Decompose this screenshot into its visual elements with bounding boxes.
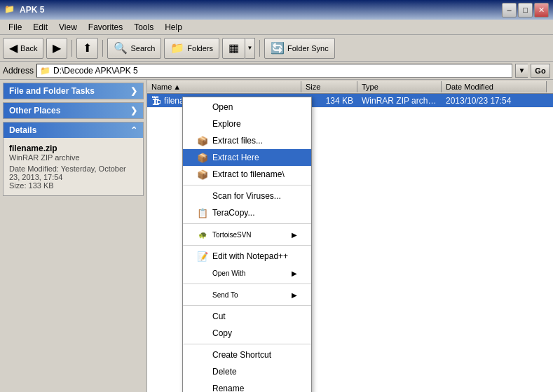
file-cell-type: WinRAR ZIP archive [357,95,442,106]
other-places-header[interactable]: Other Places ❯ [4,103,143,118]
address-dropdown[interactable]: ▼ [515,64,528,78]
ctx-explore[interactable]: Explore [183,115,311,132]
menu-view[interactable]: View [53,21,83,34]
ctx-extract-to-icon: 📦 [197,169,208,180]
forward-button[interactable]: ▶ [46,38,67,59]
ctx-open[interactable]: Open [183,99,311,115]
ctx-delete-icon [197,366,208,377]
ctx-teracopy[interactable]: 📋 TeraCopy... [183,204,311,221]
ctx-open-with[interactable]: Open With ▶ [183,265,311,281]
col-header-name[interactable]: Name ▲ [147,81,301,92]
col-header-date[interactable]: Date Modified [442,81,547,92]
menu-help[interactable]: Help [159,21,188,34]
ctx-tortoisesvn[interactable]: 🐢 TortoiseSVN ▶ [183,226,311,243]
toolbar-separator-3 [259,40,260,57]
left-panel: File and Folder Tasks ❯ Other Places ❯ D… [0,80,147,392]
menu-tools[interactable]: Tools [128,21,159,34]
col-header-type[interactable]: Type [357,81,442,92]
details-collapse-icon: ⌃ [130,125,137,135]
view-icon: ▦ [228,41,239,55]
collapse-icon: ❯ [130,86,137,96]
ctx-copy-icon [197,328,208,339]
maximize-button[interactable]: □ [518,3,533,18]
view-dropdown[interactable]: ▼ [245,38,255,59]
folder-sync-button[interactable]: 🔄 Folder Sync [264,38,335,59]
ctx-tortoisesvn-label: TortoiseSVN [212,231,287,239]
details-label: Details [9,125,36,135]
folders-label: Folders [187,44,213,52]
ctx-explore-icon [197,118,208,130]
ctx-cut-icon [197,311,208,322]
ctx-send-to-icon [197,289,208,300]
address-path[interactable]: D:\Decode APK\APK 5 [53,66,138,76]
ctx-scan-icon [197,190,208,202]
addressbar: Address 📁 D:\Decode APK\APK 5 ▼ Go [0,62,553,80]
file-folder-tasks-label: File and Folder Tasks [9,86,95,96]
view-button[interactable]: ▦ [222,38,245,59]
ctx-cut[interactable]: Cut [183,308,311,325]
ctx-copy[interactable]: Copy [183,325,311,342]
menubar: File Edit View Favorites Tools Help [0,20,553,35]
details-section: Details ⌃ filename.zip WinRAR ZIP archiv… [3,122,144,196]
ctx-rename-icon [197,383,208,392]
ctx-rename[interactable]: Rename [183,380,311,392]
address-folder-icon: 📁 [40,66,50,76]
back-label: Back [20,44,37,52]
folders-button[interactable]: 📁 Folders [164,38,219,59]
other-places-collapse-icon: ❯ [130,106,137,115]
toolbar: ◀ Back ▶ ⬆ 🔍 Search 📁 Folders ▦ ▼ 🔄 Fold… [0,35,553,62]
ctx-extract-files-icon: 📦 [197,135,208,146]
ctx-extract-files-label: Extract files... [212,136,297,146]
address-label: Address [3,66,34,76]
ctx-open-label: Open [212,102,297,112]
up-button[interactable]: ⬆ [76,38,98,59]
ctx-cut-label: Cut [212,312,297,321]
details-filename: filename.zip [9,144,137,153]
ctx-sep-5 [183,305,311,306]
up-icon: ⬆ [83,41,92,55]
ctx-send-to[interactable]: Send To ▶ [183,286,311,303]
file-zip-icon: 🗜 [151,95,161,106]
menu-file[interactable]: File [3,21,27,34]
details-header[interactable]: Details ⌃ [4,122,143,138]
ctx-send-to-arrow: ▶ [292,291,297,299]
ctx-delete[interactable]: Delete [183,363,311,380]
ctx-scan-label: Scan for Viruses... [212,191,297,201]
ctx-explore-label: Explore [212,119,297,129]
search-icon: 🔍 [114,41,128,55]
menu-edit[interactable]: Edit [27,21,53,34]
close-button[interactable]: ✕ [534,3,549,18]
ctx-extract-here[interactable]: 📦 Extract Here [183,149,311,166]
ctx-create-shortcut[interactable]: Create Shortcut [183,346,311,363]
col-date-label: Date Modified [446,83,493,91]
titlebar-icon: 📁 [4,4,15,15]
ctx-scan-viruses[interactable]: Scan for Viruses... [183,188,311,204]
menu-favorites[interactable]: Favorites [83,21,128,34]
file-folder-tasks-header[interactable]: File and Folder Tasks ❯ [4,83,143,99]
ctx-rename-label: Rename [212,384,297,392]
back-button[interactable]: ◀ Back [3,38,43,59]
ctx-teracopy-icon: 📋 [197,207,208,218]
col-header-size[interactable]: Size [301,81,357,92]
ctx-extract-here-label: Extract Here [212,153,297,162]
go-button[interactable]: Go [531,64,550,78]
ctx-shortcut-icon [197,349,208,360]
toolbar-separator-2 [102,40,103,57]
ctx-send-to-label: Send To [212,291,287,299]
ctx-open-with-icon [197,267,208,279]
ctx-edit-notepad[interactable]: 📝 Edit with Notepad++ [183,248,311,265]
minimize-button[interactable]: – [502,3,517,18]
file-folder-tasks-section: File and Folder Tasks ❯ [3,83,144,99]
details-date: Date Modified: Yesterday, October 23, 20… [9,164,137,181]
details-filetype: WinRAR ZIP archive [9,153,137,162]
ctx-notepad-icon: 📝 [197,251,208,262]
ctx-shortcut-label: Create Shortcut [212,350,297,360]
ctx-extract-to[interactable]: 📦 Extract to filename\ [183,166,311,183]
context-menu: Open Explore 📦 Extract files... 📦 Extrac… [182,97,312,392]
other-places-section: Other Places ❯ [3,102,144,119]
file-cell-date: 2013/10/23 17:54 [442,95,547,106]
main-area: File and Folder Tasks ❯ Other Places ❯ D… [0,80,553,392]
col-type-label: Type [362,83,378,91]
ctx-extract-files[interactable]: 📦 Extract files... [183,132,311,149]
search-button[interactable]: 🔍 Search [107,38,161,59]
